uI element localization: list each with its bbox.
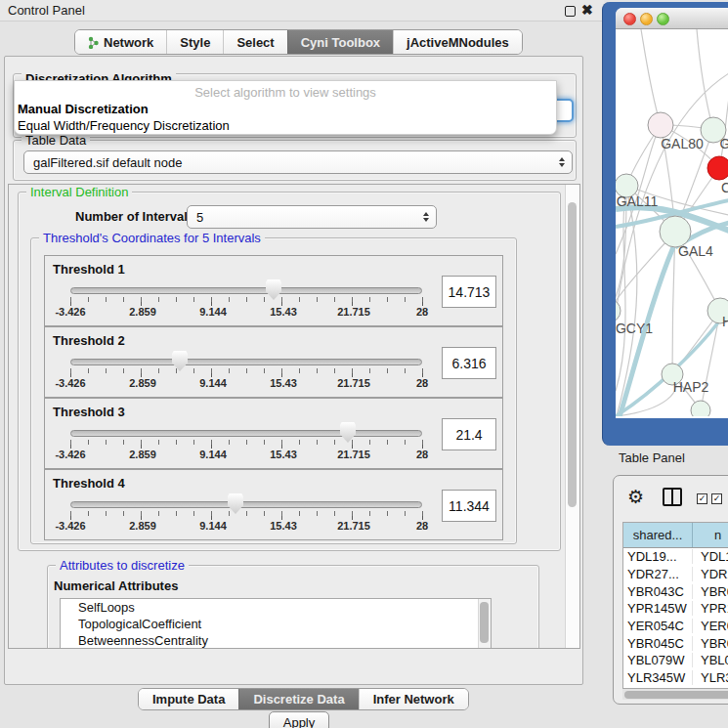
list-item-betweennesscentrality[interactable]: BetweennessCentrality: [61, 632, 491, 649]
network-canvas-window: GAL80 GAL11 GAL4 GCY1 HAP2 G C H: [616, 8, 728, 418]
checkbox-icon[interactable]: ✓: [711, 493, 722, 504]
tab-cyni-toolbox[interactable]: Cyni Toolbox: [287, 30, 393, 54]
network-node-selected-red[interactable]: [707, 156, 728, 180]
table-panel-window: ⚙ ✓ ✓ shared... n YDL19...YDL1 YDR27...Y…: [613, 475, 728, 705]
settings-scroll-pane: Interval Definition Number of Intervals …: [8, 184, 580, 649]
float-window-icon[interactable]: [565, 6, 576, 17]
number-of-intervals-label: Number of Intervals: [75, 209, 194, 224]
dropdown-prompt: Select algorithm to view settings: [15, 85, 556, 100]
combo-stepper-icon: [559, 157, 565, 167]
svg-text:G: G: [720, 136, 728, 151]
tab-infer-network[interactable]: Infer Network: [359, 689, 468, 709]
threshold-4-value-field[interactable]: 11.344: [442, 490, 496, 522]
mac-titlebar[interactable]: [616, 8, 728, 29]
tab-jactivemnodules[interactable]: jActiveMNodules: [393, 30, 522, 54]
svg-text:GAL11: GAL11: [617, 193, 659, 209]
apply-button[interactable]: Apply: [269, 711, 329, 728]
table-row[interactable]: YDL19...YDL1: [623, 548, 728, 566]
list-item-topologicalcoefficient[interactable]: TopologicalCoefficient: [61, 616, 491, 632]
table-data-group-title: Table Data: [21, 133, 90, 148]
control-panel-titlebar: Control Panel ✖: [0, 0, 604, 21]
threshold-4-slider-track[interactable]: [70, 501, 422, 508]
threshold-4-row: Threshold 4 -3.426 2.859 9.144 15.43 21.…: [44, 469, 503, 540]
mac-zoom-button[interactable]: [657, 13, 669, 25]
network-node-gal80[interactable]: [648, 112, 673, 138]
svg-text:H: H: [722, 314, 728, 329]
network-node[interactable]: [691, 401, 710, 416]
svg-text:C: C: [721, 180, 728, 195]
top-tab-bar: Network Style Select Cyni Toolbox jActiv…: [74, 29, 523, 55]
columns-icon[interactable]: [663, 488, 682, 506]
threshold-2-row: Threshold 2 -3.426 2.859 9.144 15.43 21.…: [44, 326, 503, 398]
attributes-group: Attributes to discretize Numerical Attri…: [47, 565, 539, 649]
gear-icon[interactable]: ⚙: [627, 486, 644, 508]
network-graph-canvas[interactable]: GAL80 GAL11 GAL4 GCY1 HAP2 G C H: [616, 29, 728, 416]
threshold-2-value-field[interactable]: 6.316: [442, 347, 496, 379]
table-row[interactable]: YBL079WYBL0: [623, 652, 728, 669]
horizontal-scrollbar-thumb[interactable]: [624, 691, 728, 699]
table-data-combo[interactable]: galFiltered.sif default node: [23, 150, 573, 174]
numerical-attributes-label: Numerical Attributes: [54, 578, 178, 593]
vertical-scrollbar-thumb[interactable]: [568, 202, 577, 507]
number-of-intervals-combo[interactable]: 5: [187, 205, 437, 229]
tab-network[interactable]: Network: [75, 30, 166, 54]
control-panel-title: Control Panel: [8, 3, 85, 18]
vertical-scrollbar[interactable]: [565, 185, 579, 648]
dropdown-option-manual-discretization[interactable]: Manual Discretization: [18, 102, 149, 116]
threshold-2-slider-track[interactable]: [70, 359, 422, 365]
mac-close-button[interactable]: [623, 13, 636, 25]
network-view-window[interactable]: GAL80 GAL11 GAL4 GCY1 HAP2 G C H: [602, 2, 728, 446]
tab-style[interactable]: Style: [166, 30, 223, 54]
list-scrollbar[interactable]: [478, 599, 491, 649]
threshold-3-row: Threshold 3 -3.426 2.859 9.144 15.43 21.…: [44, 398, 503, 469]
close-icon[interactable]: ✖: [581, 2, 593, 18]
table-data-group: Table Data galFiltered.sif default node: [13, 140, 577, 181]
numerical-attributes-list: SelfLoops TopologicalCoefficient Between…: [60, 598, 492, 649]
combo-stepper-icon: [423, 212, 429, 222]
table-row[interactable]: YLR345WYLR3: [623, 669, 728, 687]
bottom-tab-bar: Impute Data Discretize Data Infer Networ…: [138, 688, 469, 710]
interval-definition-group: Interval Definition Number of Intervals …: [18, 192, 561, 551]
interval-definition-title: Interval Definition: [26, 185, 132, 199]
tab-impute-data[interactable]: Impute Data: [139, 689, 238, 709]
attributes-group-title: Attributes to discretize: [56, 558, 189, 573]
svg-text:GAL80: GAL80: [661, 136, 704, 151]
table-row[interactable]: YBR045CYBR0: [623, 634, 728, 652]
threshold-1-row: Threshold 1 -3.426 2.859 9.144 15.43 21.…: [44, 255, 503, 326]
column-header-shared-name[interactable]: shared...: [623, 523, 693, 547]
table-row[interactable]: YER054CYER0: [623, 618, 728, 635]
list-item-selfloops[interactable]: SelfLoops: [61, 599, 491, 616]
column-header-name[interactable]: n: [693, 523, 728, 547]
dropdown-option-equal-width-frequency[interactable]: Equal Width/Frequency Discretization: [18, 118, 230, 133]
node-attribute-table: shared... n YDL19...YDL1 YDR27...YDR2 YB…: [622, 522, 728, 689]
checkbox-icon[interactable]: ✓: [697, 493, 707, 504]
network-node-gcy1[interactable]: [616, 299, 621, 322]
svg-text:HAP2: HAP2: [673, 379, 709, 395]
threshold-1-slider-track[interactable]: [70, 287, 422, 294]
table-row[interactable]: YDR27...YDR2: [623, 566, 728, 583]
svg-text:GAL4: GAL4: [678, 243, 713, 259]
tab-select[interactable]: Select: [223, 30, 286, 54]
threshold-3-slider-track[interactable]: [70, 430, 422, 437]
mac-minimize-button[interactable]: [640, 13, 653, 25]
algorithm-dropdown-popup: Select algorithm to view settings Manual…: [14, 80, 557, 135]
cyni-toolbox-panel: Discretization Algorithm Table Data galF…: [4, 56, 583, 685]
svg-text:GCY1: GCY1: [616, 321, 653, 336]
tab-discretize-data[interactable]: Discretize Data: [238, 689, 358, 709]
network-icon: [88, 36, 99, 49]
table-row[interactable]: YBR043CYBR0: [623, 582, 728, 600]
thresholds-coordinates-title: Threshold's Coordinates for 5 Intervals: [39, 231, 265, 245]
threshold-1-value-field[interactable]: 14.713: [442, 276, 496, 308]
threshold-3-value-field[interactable]: 21.4: [442, 418, 496, 450]
table-header-row: shared... n: [623, 523, 728, 548]
thresholds-coordinates-group: Threshold's Coordinates for 5 Intervals …: [30, 237, 517, 544]
table-row[interactable]: YPR145WYPR1: [623, 600, 728, 618]
horizontal-scrollbar[interactable]: [622, 689, 728, 700]
table-panel-title: Table Panel: [619, 450, 685, 465]
